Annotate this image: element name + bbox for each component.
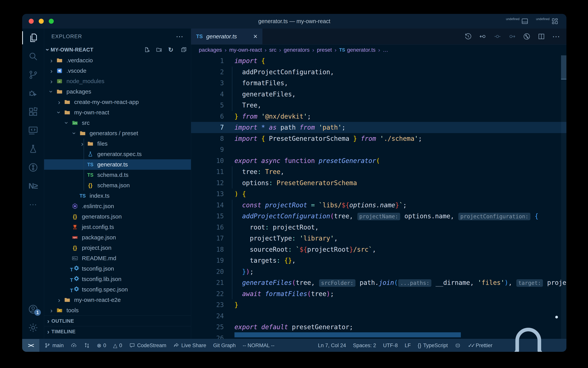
breadcrumb-item[interactable]: src [269,47,276,53]
status-item--normal-[interactable]: -- NORMAL -- [239,339,278,352]
nav-dot-icon[interactable] [494,33,501,40]
line-number: 6 [191,111,224,122]
nav-next-icon[interactable] [508,33,516,40]
sidebar-panel-outline[interactable]: ›OUTLINE [44,315,191,326]
tree-item-generators.json[interactable]: {}generators.json [44,212,191,222]
remote-indicator[interactable]: >< [22,339,39,352]
code-line-18: 18 sourceRoot: `${projectRoot}/src`, [191,244,566,255]
line-number: 1 [191,55,224,66]
tree-item-generator.spec.ts[interactable]: generator.spec.ts [44,149,191,159]
tree-item-files[interactable]: ›files [44,138,191,149]
status-item-robot[interactable] [451,339,464,352]
status-item-utf-8[interactable]: UTF-8 [379,339,401,352]
activity-bar-item-accounts[interactable]: 1 [22,300,44,318]
tree-item-project.json[interactable]: {}project.json [44,243,191,253]
chevron-right-icon: › [47,328,50,335]
status-item-git-graph[interactable]: Git Graph [210,339,239,352]
tab-label: generator.ts [206,33,237,40]
activity-bar-item-extensions[interactable] [22,103,44,121]
breadcrumb-item[interactable]: preset [317,47,332,53]
breadcrumb-item[interactable]: my-own-react [229,47,262,53]
line-number: 25 [191,322,224,333]
tree-item-my-own-react-e2e[interactable]: ›my-own-react-e2e [44,295,191,305]
status-item-codestream[interactable]: CodeStream [126,339,170,352]
status-item-prettier[interactable]: ✓✓ Prettier [464,339,496,352]
refresh-icon[interactable]: ↻ [168,46,175,53]
tree-item-readme.md[interactable]: README.md [44,253,191,263]
git-circle-icon[interactable] [523,33,531,40]
activity-bar-item-settings[interactable] [22,318,44,337]
tree-item-tsconfig.json[interactable]: Ttsconfig.json [44,263,191,274]
activity-bar-item-explorer[interactable] [22,28,44,47]
more-txt-icon[interactable]: ⋯ [552,32,560,41]
status-item-lf[interactable]: LF [401,339,414,352]
breadcrumb-item[interactable]: TSgenerator.ts [339,47,376,53]
status-item-bell[interactable] [496,339,561,352]
status-item-0[interactable]: ⊗0 [93,339,110,352]
panel-bottom-icon[interactable] [521,17,529,25]
tree-item-tools[interactable]: ›tools [44,305,191,315]
activity-bar-item-more-views[interactable]: ⋯ [22,195,44,214]
project-root-row[interactable]: › MY-OWN-REACT ↻ [44,44,191,55]
tree-item-generators-preset[interactable]: ›generators / preset [44,128,191,138]
new-folder-icon[interactable] [156,46,162,53]
code-editor[interactable]: 1import {2 addProjectConfiguration,3 for… [191,55,566,339]
layout-grid-icon[interactable] [551,17,559,25]
tree-item-jest.config.ts[interactable]: jest.config.ts [44,222,191,232]
status-item-cloud-up[interactable] [67,339,80,352]
tree-item-tsconfig.lib.json[interactable]: Ttsconfig.lib.json [44,274,191,284]
tree-item-create-my-own-react-app[interactable]: ›create-my-own-react-app [44,97,191,107]
collapse-icon[interactable] [181,46,187,53]
new-file-icon[interactable] [143,46,150,53]
activity-bar-item-testing[interactable] [22,140,44,158]
breadcrumb-item[interactable]: … [383,47,388,53]
vscode-window: generator.ts — my-own-react undefinedund… [22,14,566,352]
breadcrumb-item[interactable]: generators [284,47,310,53]
activity-bar-item-nx-console[interactable]: N≥ [22,177,44,195]
activity-bar-item-search[interactable] [22,47,44,65]
tab-bar: TS generator.ts × ⋯ [191,28,566,45]
sidebar-left-icon[interactable]: undefined [506,17,514,25]
sidebar-more-actions-icon[interactable]: ⋯ [176,32,184,41]
tree-item-node-modules[interactable]: ›jsnode_modules [44,76,191,86]
sidebar-right-icon[interactable]: undefined [536,17,544,25]
activity-bar-item-source-control[interactable] [22,65,44,84]
vertical-scrollbar-thumb[interactable] [561,55,566,79]
code-line-20: 20 }); [191,266,566,277]
tree-item-index.ts[interactable]: TSindex.ts [44,191,191,201]
editor-group: TS generator.ts × ⋯ packages›my-own-reac… [191,28,566,339]
hist-icon[interactable] [464,33,472,40]
split-icon[interactable] [537,33,545,40]
status-item-spaces-2[interactable]: Spaces: 2 [350,339,379,352]
tree-item-schema.d.ts[interactable]: TSschema.d.ts [44,170,191,180]
breadcrumb-item[interactable]: packages [199,47,222,53]
tree-item-.vscode[interactable]: ›.vscode [44,65,191,76]
tree-item-my-own-react[interactable]: ›my-own-react [44,107,191,118]
nav-prev-icon[interactable] [479,33,487,40]
tree-item-.eslintrc.json[interactable]: .eslintrc.json [44,201,191,212]
horizontal-scrollbar-thumb[interactable] [235,332,461,337]
tree-item-package.json[interactable]: npmpackage.json [44,232,191,243]
activity-bar-item-remote-explorer[interactable] [22,121,44,140]
status-item-live-share[interactable]: Live Share [170,339,210,352]
status-item-compare[interactable] [80,339,93,352]
code-line-14: 14 const projectRoot = `libs/${options.n… [191,200,566,211]
activity-bar-item-gitlens[interactable] [22,158,44,177]
activity-bar-item-run-debug[interactable] [22,84,44,103]
tree-item-.verdaccio[interactable]: ›.verdaccio [44,55,191,65]
status-item-typescript[interactable]: {}TypeScript [414,339,451,352]
ext-icon [28,106,39,117]
tree-item-schema.json[interactable]: {}schema.json [44,180,191,191]
tree-item-src[interactable]: ›</>src [44,118,191,128]
tree-item-tsconfig.spec.json[interactable]: Ttsconfig.spec.json [44,284,191,295]
code-line-9: 9 [191,144,566,155]
status-item-main[interactable]: main [41,339,67,352]
status-item-ln-7-col-24[interactable]: Ln 7, Col 24 [315,339,350,352]
close-tab-icon[interactable]: × [253,33,257,40]
sidebar-panel-timeline[interactable]: ›TIMELINE [44,326,191,337]
status-item-0[interactable]: △0 [110,339,126,352]
vertical-scrollbar[interactable] [561,55,566,339]
tree-item-generator.ts[interactable]: TSgenerator.ts [44,159,191,170]
tree-item-packages[interactable]: ›packages [44,86,191,97]
tab-generator-ts[interactable]: TS generator.ts × [191,28,263,44]
